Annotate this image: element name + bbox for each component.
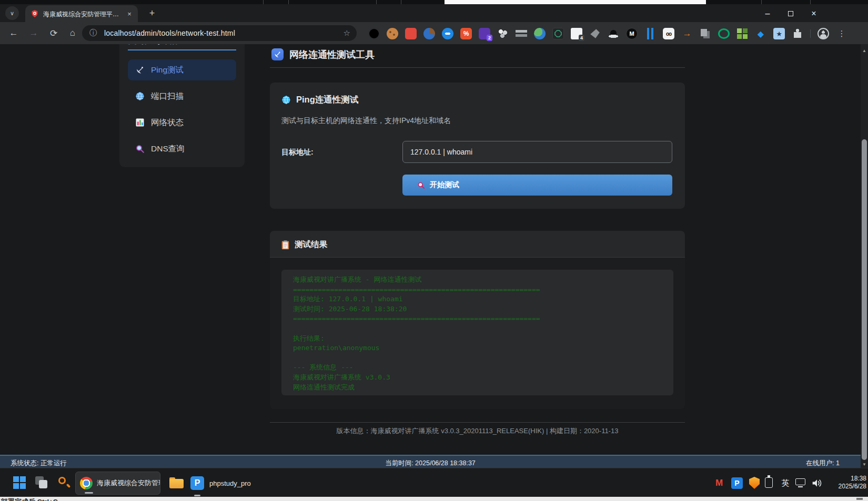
extension-dice[interactable] (405, 28, 417, 39)
deploy-strip-text: 部署完成后 Ctrl+C (1, 497, 58, 501)
terminal-line: 海康威视对讲广播系统 - 网络连通性测试 (293, 275, 662, 285)
extension-color-picker[interactable] (423, 28, 435, 39)
back-icon[interactable]: ← (7, 27, 20, 39)
bg-divider (288, 0, 289, 4)
extension-cookie[interactable] (387, 28, 398, 39)
clock-time: 18:38 (829, 475, 866, 483)
scrollbar-thumb[interactable] (862, 139, 867, 460)
extension-code-slash[interactable]: % (460, 28, 472, 39)
extension-mask[interactable] (442, 28, 453, 39)
extension-dots-cluster[interactable] (497, 28, 509, 39)
footer-divider (270, 422, 685, 423)
clipboard-icon (281, 240, 289, 250)
bg-window-highlight (445, 0, 706, 4)
page-scrollbar[interactable]: ▲ ▼ (861, 44, 868, 468)
extension-record-circle[interactable] (368, 28, 380, 39)
sidebar: 网络工具箱 Ping测试 端口扫描 (119, 44, 245, 167)
start-button[interactable] (13, 476, 26, 489)
globe-icon (281, 95, 291, 105)
bg-divider (401, 0, 401, 4)
terminal-line (293, 324, 662, 334)
extension-robot-face[interactable]: oo (663, 28, 674, 39)
extension-copy-pages[interactable] (700, 28, 711, 39)
extension-blue-gem[interactable]: ◆ (755, 28, 766, 39)
network-icon[interactable] (795, 478, 805, 485)
ime-language-indicator[interactable]: 英 (780, 477, 791, 489)
gmail-tray-icon[interactable]: M (713, 477, 725, 489)
start-test-button[interactable]: 开始测试 (402, 175, 672, 196)
window-minimize-button[interactable]: – (756, 8, 779, 19)
window-close-button[interactable]: × (802, 8, 825, 19)
page-title: 网络连通性测试工具 (289, 48, 375, 61)
chrome-window-title: 海康威视综合安防管理平 (97, 478, 160, 488)
profile-avatar[interactable] (817, 28, 829, 39)
extension-fedora-hat[interactable] (608, 28, 619, 39)
address-bar[interactable]: ⓘ localhost/admin/tools/network-test.htm… (82, 25, 357, 41)
terminal-line: --- 系统信息 --- (293, 363, 662, 373)
bookmark-star-icon[interactable]: ☆ (344, 28, 350, 38)
ping-card-title: Ping连通性测试 (296, 94, 358, 106)
target-address-input[interactable] (402, 141, 672, 163)
sidebar-item-ping[interactable]: Ping测试 (128, 59, 236, 80)
extension-purple-gem[interactable]: 2 (479, 28, 490, 39)
extension-badge: 2 (487, 35, 492, 41)
usb-device-icon[interactable] (765, 477, 773, 488)
page-status-bar: 系统状态: 正常运行 当前时间: 2025/06/28 18:38:37 在线用… (0, 455, 861, 468)
taskbar-chrome-window[interactable]: 海康威视综合安防管理平 (75, 472, 160, 495)
tab-search-button[interactable]: ∨ (5, 6, 19, 20)
phpstudy-button[interactable]: P (190, 476, 204, 490)
extension-list-bars[interactable] (516, 28, 527, 39)
scroll-up-icon[interactable]: ▲ (862, 48, 866, 53)
security-shield-icon[interactable] (749, 477, 760, 489)
scroll-down-icon[interactable]: ▼ (862, 462, 866, 467)
taskbar-search-button[interactable] (58, 476, 70, 489)
extension-earth[interactable] (534, 28, 546, 39)
folder-icon (169, 479, 184, 488)
extension-screenshot-tool[interactable]: 4 (571, 28, 582, 39)
extensions-puzzle-icon[interactable] (792, 28, 803, 39)
file-explorer-button[interactable] (169, 477, 184, 488)
sidebar-item-netstatus[interactable]: 网络状态 (128, 112, 236, 133)
start-icon (13, 483, 19, 489)
tab-close-icon[interactable]: × (125, 9, 134, 18)
url-text[interactable]: localhost/admin/tools/network-test.html (104, 29, 235, 37)
search-icon (66, 484, 70, 488)
extension-row: % 2 4 M oo → ◆ ★ ⋮ (368, 27, 847, 40)
forward-icon[interactable]: → (27, 27, 40, 39)
test-results-card: 测试结果 海康威视对讲广播系统 - 网络连通性测试 ==============… (270, 231, 685, 409)
taskbar-clock[interactable]: 18:38 2025/6/28 (829, 475, 866, 490)
browser-tab-bar: ∨ 海康威视综合安防管理平台 - 网 × + – × (0, 4, 868, 22)
reload-icon[interactable]: ⟳ (47, 27, 60, 39)
extension-orange-arrow[interactable]: → (681, 28, 693, 39)
phpstudy-tray-icon[interactable]: P (731, 477, 743, 489)
sidebar-item-portscan[interactable]: 端口扫描 (128, 86, 236, 107)
phpstudy-label: phpstudy_pro (209, 479, 251, 487)
extension-gray-shape[interactable] (589, 28, 601, 39)
satellite-app-icon (271, 48, 284, 60)
strip-mark (856, 498, 863, 500)
window-maximize-button[interactable] (779, 8, 802, 19)
volume-icon[interactable] (811, 477, 823, 489)
bg-divider (263, 0, 264, 4)
extension-pause-bars[interactable] (644, 28, 656, 39)
ping-card-heading: Ping连通性测试 (281, 94, 358, 106)
new-tab-button[interactable]: + (146, 7, 158, 19)
sidebar-item-dns[interactable]: DNS查询 (128, 138, 236, 159)
browser-tab[interactable]: 海康威视综合安防管理平台 - 网 × (25, 5, 138, 22)
site-info-icon[interactable]: ⓘ (89, 28, 97, 38)
extension-green-ring-tile[interactable] (552, 28, 564, 39)
extension-m-circle[interactable]: M (626, 28, 638, 39)
header-divider (270, 67, 685, 68)
home-icon[interactable]: ⌂ (66, 27, 79, 39)
start-icon (20, 483, 26, 489)
results-card-header: 测试结果 (270, 231, 685, 258)
extension-green-grid[interactable] (736, 28, 748, 39)
task-view-button[interactable] (35, 476, 48, 489)
terminal-output[interactable]: 海康威视对讲广播系统 - 网络连通性测试 ===================… (281, 270, 673, 395)
background-console-strip: 部署完成后 Ctrl+C (0, 497, 868, 501)
open-app-indicator (194, 495, 200, 496)
browser-menu-icon[interactable]: ⋮ (836, 28, 847, 39)
page-viewport: 网络工具箱 Ping测试 端口扫描 (0, 44, 868, 468)
extension-ring-outline[interactable] (718, 28, 730, 39)
extension-star-tile[interactable]: ★ (773, 28, 785, 39)
